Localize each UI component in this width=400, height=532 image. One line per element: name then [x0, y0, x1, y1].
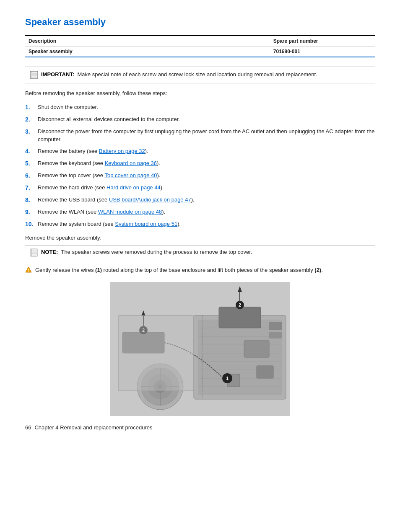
important-text: IMPORTANT: Make special note of each scr… — [41, 70, 317, 79]
step-8: 8. Remove the USB board (see USB board/A… — [25, 196, 375, 204]
step-2-content: Disconnect all external devices connecte… — [38, 115, 375, 124]
link-battery[interactable]: Battery on page 32 — [99, 148, 145, 154]
step-3: 3. Disconnect the power from the compute… — [25, 127, 375, 144]
svg-rect-27 — [257, 366, 273, 378]
step-4: 4. Remove the battery (see Battery on pa… — [25, 147, 375, 156]
footer-chapter-text: Chapter 4 Removal and replacement proced… — [34, 424, 152, 431]
step-6-content: Remove the top cover (see Top cover on p… — [38, 171, 375, 180]
step-8-num: 8. — [25, 196, 38, 204]
note-box: NOTE: The speaker screws were removed du… — [25, 245, 375, 260]
caution-item: ! Gently release the wires (1) routed al… — [25, 266, 375, 276]
step-7: 7. Remove the hard drive (see Hard drive… — [25, 183, 375, 192]
step-1-content: Shut down the computer. — [38, 103, 375, 111]
step-7-content: Remove the hard drive (see Hard drive on… — [38, 183, 375, 192]
table-row: Speaker assembly 701690-001 — [25, 46, 375, 57]
svg-rect-51 — [118, 315, 194, 391]
svg-rect-2 — [31, 72, 37, 78]
step-2: 2. Disconnect all external devices conne… — [25, 115, 375, 124]
step-9-content: Remove the WLAN (see WLAN module on page… — [38, 208, 375, 216]
important-box: 📝 IMPORTANT: Make special note of each s… — [25, 67, 375, 83]
step-3-num: 3. — [25, 127, 38, 136]
step-5-num: 5. — [25, 159, 38, 168]
link-usb-board[interactable]: USB board/Audio jack on page 47 — [109, 196, 191, 203]
important-body: Make special note of each screw and scre… — [77, 71, 317, 77]
step-10-content: Remove the system board (see System boar… — [38, 220, 375, 228]
step-4-content: Remove the battery (see Battery on page … — [38, 147, 375, 155]
diagram-image: 2 2 1 — [110, 282, 290, 416]
step-6: 6. Remove the top cover (see Top cover o… — [25, 171, 375, 180]
svg-rect-43 — [219, 307, 261, 328]
parts-table: Description Spare part number Speaker as… — [25, 35, 375, 57]
link-wlan[interactable]: WLAN module on page 48 — [98, 209, 162, 215]
step-7-num: 7. — [25, 183, 38, 192]
svg-text:2: 2 — [239, 302, 241, 307]
link-system-board[interactable]: System board on page 51 — [115, 221, 177, 227]
svg-rect-53 — [269, 332, 282, 338]
step-1: 1. Shut down the computer. — [25, 103, 375, 112]
note-icon — [29, 248, 39, 257]
svg-rect-52 — [269, 322, 282, 330]
step-10: 10. Remove the system board (see System … — [25, 220, 375, 229]
step-9: 9. Remove the WLAN (see WLAN module on p… — [25, 208, 375, 217]
link-hard-drive[interactable]: Hard drive on page 44 — [106, 184, 161, 191]
intro-text: Before removing the speaker assembly, fo… — [25, 89, 375, 98]
caution-triangle-icon: ! — [25, 266, 32, 276]
diagram-container: 2 2 1 — [25, 282, 375, 416]
link-top-cover[interactable]: Top cover on page 40 — [104, 172, 157, 178]
step-4-num: 4. — [25, 147, 38, 156]
remove-speaker-text: Remove the speaker assembly: — [25, 235, 375, 241]
note-text: NOTE: The speaker screws were removed du… — [41, 248, 252, 256]
step-5: 5. Remove the keyboard (see Keyboard on … — [25, 159, 375, 168]
step-2-num: 2. — [25, 115, 38, 124]
important-icon: 📝 — [29, 70, 39, 80]
note-label: NOTE: — [41, 249, 58, 255]
step-5-content: Remove the keyboard (see Keyboard on pag… — [38, 159, 375, 168]
step-8-content: Remove the USB board (see USB board/Audi… — [38, 196, 375, 204]
svg-text:1: 1 — [226, 376, 229, 381]
step-1-num: 1. — [25, 103, 38, 112]
table-header-description: Description — [25, 36, 270, 46]
table-cell-description: Speaker assembly — [25, 46, 270, 57]
page-number: 66 — [25, 424, 31, 431]
svg-text:!: ! — [28, 268, 29, 272]
table-header-spare-part: Spare part number — [270, 36, 375, 46]
step-6-num: 6. — [25, 171, 38, 180]
link-keyboard[interactable]: Keyboard on page 36 — [105, 160, 157, 166]
step-10-num: 10. — [25, 220, 38, 229]
table-cell-spare-part: 701690-001 — [270, 46, 375, 57]
note-body: The speaker screws were removed during t… — [61, 249, 252, 255]
step-9-num: 9. — [25, 208, 38, 217]
step-3-content: Disconnect the power from the computer b… — [38, 127, 375, 144]
caution-text: Gently release the wires (1) routed alon… — [35, 266, 323, 275]
page-title: Speaker assembly — [25, 17, 375, 28]
page-footer: 66 Chapter 4 Removal and replacement pro… — [25, 424, 375, 431]
svg-rect-26 — [244, 341, 269, 357]
important-label: IMPORTANT: — [41, 71, 74, 77]
steps-list: 1. Shut down the computer. 2. Disconnect… — [25, 103, 375, 229]
